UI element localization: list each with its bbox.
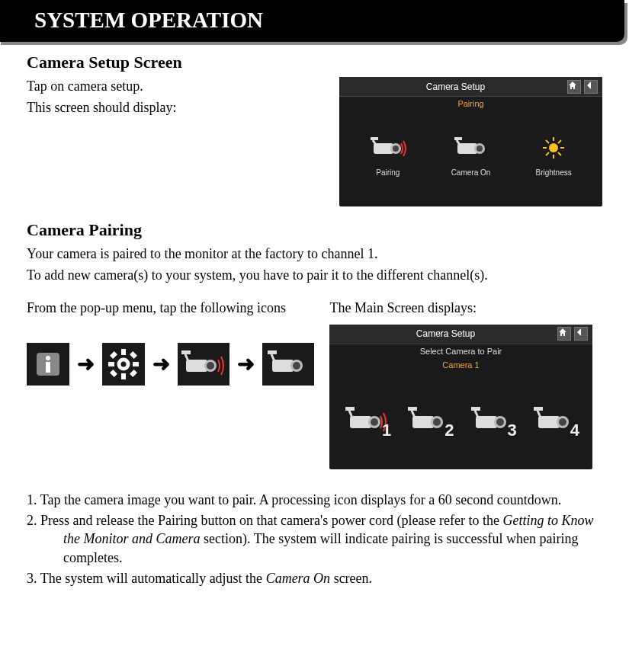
info-icon[interactable]: [27, 343, 69, 386]
svg-rect-54: [471, 407, 480, 411]
tile-camera-on-label: Camera On: [451, 168, 491, 177]
step-1: 1. Tap the camera image you want to pair…: [27, 491, 602, 509]
tile-pairing[interactable]: Pairing: [369, 133, 407, 177]
pairing-right-text: The Main Screen displays:: [330, 299, 603, 317]
back-icon[interactable]: [584, 80, 598, 94]
page-body: Camera Setup Screen Tap on camera setup.…: [0, 53, 629, 613]
svg-line-50: [412, 411, 415, 418]
svg-point-7: [477, 146, 483, 152]
svg-rect-23: [121, 349, 126, 355]
svg-point-10: [549, 143, 558, 152]
settings-gear-icon[interactable]: [102, 343, 145, 386]
svg-rect-49: [408, 407, 417, 411]
camera-signal-icon[interactable]: [178, 343, 229, 386]
scr2-sub2: Camera 1: [329, 358, 592, 372]
step-2: 2. Press and release the Pairing button …: [27, 511, 602, 567]
svg-point-20: [46, 356, 50, 360]
screenshot-camera-setup: Camera Setup Pairing: [339, 77, 602, 206]
arrow-icon: ➜: [237, 351, 255, 376]
scr2-title: Camera Setup: [334, 328, 557, 339]
scr-subtitle: Pairing: [339, 97, 602, 110]
camera-on-icon: [451, 133, 489, 162]
svg-line-15: [546, 140, 549, 143]
tile-brightness-label: Brightness: [535, 168, 571, 177]
camera-slot-4[interactable]: 4: [532, 402, 578, 439]
svg-rect-25: [108, 362, 114, 366]
svg-point-38: [293, 362, 300, 370]
camera-slot-1[interactable]: 1: [344, 402, 390, 439]
screenshot-select-camera: Camera Setup Select Camera to Pair Camer…: [329, 325, 592, 469]
svg-line-16: [558, 152, 561, 155]
camera-number-1: 1: [382, 421, 391, 440]
tile-camera-on[interactable]: Camera On: [451, 133, 491, 177]
svg-line-55: [475, 411, 478, 418]
scr-title: Camera Setup: [344, 82, 567, 92]
svg-line-9: [457, 140, 460, 145]
svg-point-58: [559, 418, 566, 426]
svg-point-43: [371, 418, 378, 426]
home-icon[interactable]: [557, 327, 571, 341]
tile-brightness[interactable]: Brightness: [534, 133, 573, 177]
svg-rect-30: [130, 351, 137, 359]
svg-line-17: [546, 152, 549, 155]
arrow-icon: ➜: [77, 351, 95, 376]
pairing-camera-icon: [369, 133, 407, 162]
camera-number-2: 2: [444, 421, 454, 440]
svg-rect-34: [181, 350, 191, 354]
camera-slot-2[interactable]: 2: [406, 402, 452, 439]
pairing-icon-sequence: ➜ ➜: [27, 343, 314, 386]
setup-text-1: Tap on camera setup.: [27, 77, 324, 95]
svg-line-45: [349, 411, 352, 418]
step-3: 3. The system will automatically adjust …: [27, 569, 602, 587]
svg-point-53: [496, 418, 504, 426]
home-icon[interactable]: [567, 80, 581, 94]
brightness-icon: [534, 133, 573, 162]
svg-rect-8: [454, 137, 462, 140]
svg-rect-3: [371, 137, 378, 140]
svg-rect-28: [130, 370, 137, 377]
pairing-left-text: From the pop-up menu, tap the following …: [27, 299, 300, 317]
pairing-steps: 1. Tap the camera image you want to pair…: [27, 491, 602, 587]
page-title-bar: SYSTEM OPERATION: [0, 0, 624, 42]
svg-rect-44: [345, 407, 355, 411]
camera-number-4: 4: [570, 421, 579, 440]
page-title: SYSTEM OPERATION: [34, 8, 263, 32]
svg-line-60: [538, 411, 541, 418]
pairing-text-1: Your camera is paired to the monitor at …: [27, 245, 602, 263]
svg-rect-39: [268, 350, 277, 354]
setup-text-2: This screen should display:: [27, 98, 324, 117]
section-camera-setup-heading: Camera Setup Screen: [27, 53, 602, 72]
svg-point-33: [207, 362, 214, 370]
svg-line-4: [373, 140, 376, 145]
arrow-icon: ➜: [152, 351, 170, 376]
svg-line-35: [185, 354, 188, 361]
svg-rect-59: [534, 407, 543, 411]
svg-rect-21: [46, 362, 50, 373]
back-icon[interactable]: [574, 327, 588, 341]
svg-rect-51: [476, 416, 497, 428]
svg-rect-46: [412, 416, 434, 428]
scr2-sub1: Select Camera to Pair: [329, 344, 592, 358]
svg-rect-27: [110, 351, 117, 359]
camera-number-3: 3: [507, 421, 516, 440]
svg-rect-41: [350, 416, 371, 428]
section-camera-pairing-heading: Camera Pairing: [27, 220, 602, 240]
svg-rect-29: [110, 370, 117, 377]
camera-slot-3[interactable]: 3: [470, 402, 515, 439]
svg-line-40: [271, 354, 274, 361]
svg-rect-56: [538, 416, 560, 428]
camera-icon[interactable]: [262, 343, 314, 386]
svg-point-22: [119, 360, 128, 369]
svg-rect-26: [133, 362, 139, 366]
svg-rect-36: [272, 360, 294, 372]
pairing-text-2: To add new camera(s) to your system, you…: [27, 266, 602, 284]
tile-pairing-label: Pairing: [376, 168, 400, 177]
svg-rect-24: [121, 373, 126, 379]
svg-point-48: [433, 418, 441, 426]
svg-point-2: [393, 146, 399, 152]
svg-rect-31: [186, 360, 207, 372]
svg-line-18: [558, 140, 561, 143]
